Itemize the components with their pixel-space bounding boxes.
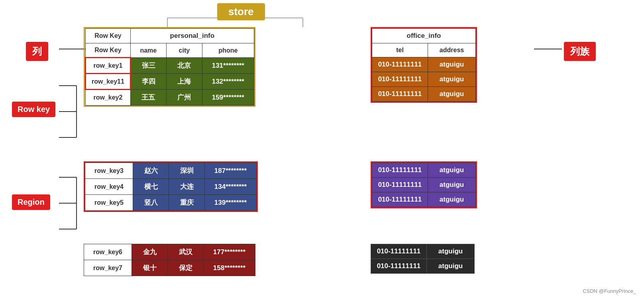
row8-address: atguigu xyxy=(427,259,475,274)
bottom-personal-table: row_key6 金九 武汉 177******** row_key7 银十 保… xyxy=(84,244,255,276)
region1-personal-table: row_key3 赵六 深圳 187******** row_key4 横七 大… xyxy=(85,163,257,211)
row6-address: atguigu xyxy=(428,192,476,207)
row5-tel: 010-11111111 xyxy=(372,178,428,192)
main-table-top: Row Key personal_info Row Key name city … xyxy=(85,28,254,106)
row7-address: atguigu xyxy=(427,244,475,259)
row7-tel: 010-11111111 xyxy=(371,244,427,259)
row8-name: 银十 xyxy=(132,260,168,276)
rowkey-label: Row key xyxy=(12,102,55,117)
row4-tel: 010-11111111 xyxy=(372,163,428,178)
row1-tel: 010-11111111 xyxy=(372,57,428,72)
row4-city: 深圳 xyxy=(169,163,205,179)
row2-tel: 010-11111111 xyxy=(372,72,428,87)
watermark: CSDN @FunnyPrince_ xyxy=(583,288,636,294)
row5-city: 大连 xyxy=(169,179,205,195)
col-tel-header: tel xyxy=(372,43,428,57)
lizu-label: 列族 xyxy=(564,42,596,61)
row6-key: row_key5 xyxy=(85,195,133,211)
row7-city: 武汉 xyxy=(168,244,204,260)
store-label: store xyxy=(217,3,265,20)
row6-phone: 139******** xyxy=(205,195,257,211)
row5-address: atguigu xyxy=(428,178,476,192)
row8-phone: 158******** xyxy=(204,260,255,276)
row1-name: 张三 xyxy=(130,58,166,74)
row2-name: 李四 xyxy=(130,74,166,90)
row3-tel: 010-11111111 xyxy=(372,87,428,102)
row3-name: 王五 xyxy=(130,90,166,106)
row1-address: atguigu xyxy=(428,57,476,72)
row3-phone: 159******** xyxy=(202,90,254,106)
row2-phone: 132******** xyxy=(202,74,254,90)
col-city-header: city xyxy=(166,43,202,58)
col-name-header: name xyxy=(130,43,166,58)
row5-key: row_key4 xyxy=(85,179,133,195)
row3-city: 广州 xyxy=(166,90,202,106)
col-office-info-header: office_info xyxy=(372,29,476,43)
region1-office-table: 010-11111111 atguigu 010-11111111 atguig… xyxy=(372,163,476,207)
row7-key: row_key6 xyxy=(84,244,132,260)
row8-key: row_key7 xyxy=(84,260,132,276)
row5-phone: 134******** xyxy=(205,179,257,195)
row2-city: 上海 xyxy=(166,74,202,90)
row2-address: atguigu xyxy=(428,72,476,87)
row8-tel: 010-11111111 xyxy=(371,259,427,274)
col-rowkey-sub: Row Key xyxy=(86,43,131,58)
region-label: Region xyxy=(12,194,50,210)
row4-phone: 187******** xyxy=(205,163,257,179)
row8-city: 保定 xyxy=(168,260,204,276)
row5-name: 横七 xyxy=(133,179,169,195)
row6-tel: 010-11111111 xyxy=(372,192,428,207)
col-personal-info-header: personal_info xyxy=(130,29,254,43)
col-rowkey-header: Row Key xyxy=(86,29,131,43)
bottom-office-table: 010-11111111 atguigu 010-11111111 atguig… xyxy=(371,244,475,274)
row1-key: row_key1 xyxy=(86,58,131,74)
row4-address: atguigu xyxy=(428,163,476,178)
lie-label: 列 xyxy=(26,42,48,61)
row2-key: row_key11 xyxy=(86,74,131,90)
row4-name: 赵六 xyxy=(133,163,169,179)
row6-name: 竖八 xyxy=(133,195,169,211)
row1-city: 北京 xyxy=(166,58,202,74)
row7-phone: 177******** xyxy=(204,244,255,260)
col-address-header: address xyxy=(428,43,476,57)
col-phone-header: phone xyxy=(202,43,254,58)
row4-key: row_key3 xyxy=(85,163,133,179)
row3-key: row_key2 xyxy=(86,90,131,106)
office-table-top: office_info tel address 010-11111111 atg… xyxy=(372,28,476,102)
row1-phone: 131******** xyxy=(202,58,254,74)
row7-name: 金九 xyxy=(132,244,168,260)
row6-city: 重庆 xyxy=(169,195,205,211)
row3-address: atguigu xyxy=(428,87,476,102)
